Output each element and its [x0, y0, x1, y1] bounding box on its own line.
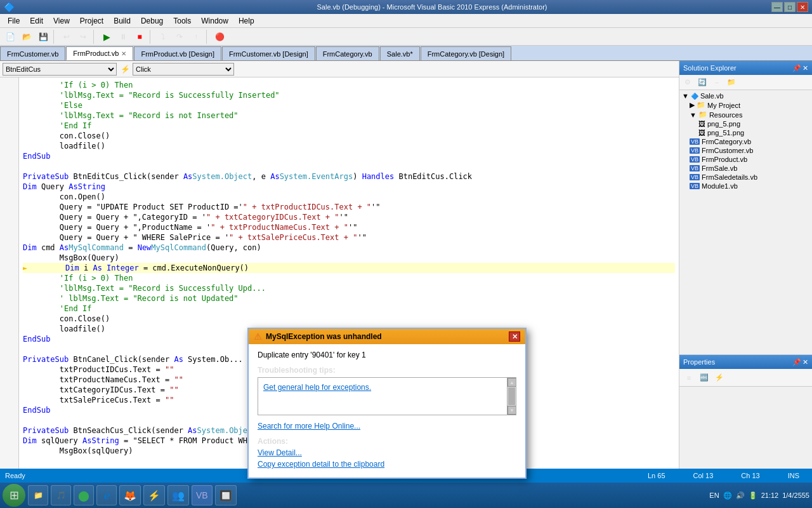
prop-events[interactable]: ⚡: [712, 371, 726, 384]
tree-png51[interactable]: 🖼 png_51.png: [681, 128, 811, 137]
prop-title: Properties: [683, 358, 715, 366]
tab-frmproduct[interactable]: FrmProduct.vb ✕: [66, 46, 133, 60]
tree-resources[interactable]: ▼ 📁 Resources: [681, 110, 811, 119]
tb-bp[interactable]: 🔴: [212, 30, 227, 44]
method-select[interactable]: Click: [133, 63, 234, 76]
scroll-thumb[interactable]: [508, 387, 515, 405]
taskbar-app2[interactable]: ⚡: [143, 485, 165, 505]
tb-redo[interactable]: ↪: [75, 30, 91, 44]
tree-frmcustomer[interactable]: VB FrmCustomer.vb: [681, 146, 811, 155]
menu-edit[interactable]: Edit: [25, 15, 48, 27]
menu-project[interactable]: Project: [75, 15, 108, 27]
taskbar-explorer[interactable]: 📁: [28, 485, 48, 505]
taskbar-chrome[interactable]: ⬤: [74, 485, 94, 505]
menu-window[interactable]: Window: [196, 15, 233, 27]
se-collapse-btn[interactable]: −: [710, 76, 724, 89]
volume-icon: 🔊: [736, 491, 745, 500]
taskbar-lang: EN: [709, 491, 719, 499]
taskbar-right: EN 🌐 🔊 🔋 21:12 1/4/2555: [709, 491, 809, 500]
tab-frmcategory-design[interactable]: FrmCategory.vb [Design]: [421, 46, 511, 60]
solution-explorer: Solution Explorer 📌 ✕ ⚙ 🔄 − 📁 ▼ 🔷 Sale.v…: [679, 61, 812, 354]
status-ins: INS: [780, 472, 807, 479]
window-controls[interactable]: — □ ✕: [771, 2, 808, 12]
tree-frmsale[interactable]: VB FrmSale.vb: [681, 164, 811, 173]
dialog-warning-icon: ⚠: [254, 331, 262, 342]
tab-frmproduct-design[interactable]: FrmProduct.vb [Design]: [134, 46, 221, 60]
menu-file[interactable]: File: [3, 15, 25, 27]
tree-myproject[interactable]: ▶ 📁 My Project: [681, 100, 811, 110]
tb-undo[interactable]: ↩: [59, 30, 74, 44]
tabs-bar: FrmCustomer.vb FrmProduct.vb ✕ FrmProduc…: [0, 46, 812, 61]
tree-frmcategory-label: FrmCategory.vb: [702, 138, 751, 145]
tree-module1-label: Module1.vb: [702, 182, 738, 190]
tab-frmcustomer[interactable]: FrmCustomer.vb: [0, 46, 65, 60]
tree-module1[interactable]: VB Module1.vb: [681, 182, 811, 190]
se-toolbar: ⚙ 🔄 − 📁: [679, 75, 812, 90]
dialog-tips-link[interactable]: Get general help for exceptions.: [263, 383, 371, 392]
close-button[interactable]: ✕: [797, 2, 808, 12]
dialog-title: MySqlException was unhandled: [266, 332, 382, 341]
menu-view[interactable]: View: [48, 15, 75, 27]
menu-debug[interactable]: Debug: [136, 15, 168, 27]
chrome-icon: ⬤: [78, 490, 89, 502]
tree-resources-label: Resources: [709, 111, 743, 119]
expand-icon-res: ▼: [690, 111, 697, 119]
main-area: BtnEditCus ⚡ Click 'If (i > 0) Then 'lbl…: [0, 61, 812, 469]
maximize-button[interactable]: □: [784, 2, 796, 12]
tree-frmproduct[interactable]: VB FrmProduct.vb: [681, 155, 811, 164]
prop-close-icon[interactable]: ✕: [802, 358, 808, 366]
tree-frmcategory[interactable]: VB FrmCategory.vb: [681, 137, 811, 146]
dialog-search-link[interactable]: Search for more Help Online...: [258, 422, 516, 431]
tree-frmcustomer-label: FrmCustomer.vb: [702, 147, 753, 154]
tb-pause[interactable]: ⏸: [115, 30, 131, 44]
tb-open[interactable]: 📂: [19, 30, 34, 44]
dialog-close-button[interactable]: ✕: [509, 331, 520, 342]
scroll-down[interactable]: ▼: [508, 406, 516, 415]
prop-sort-alpha[interactable]: 🔤: [697, 371, 711, 384]
exception-dialog: ⚠ MySqlException was unhandled ✕ Duplica…: [247, 328, 527, 479]
dialog-view-detail-link[interactable]: View Detail...: [258, 448, 516, 457]
line-numbers: [0, 77, 19, 469]
se-refresh-btn[interactable]: 🔄: [695, 76, 709, 89]
tab-frmcategory[interactable]: FrmCategory.vb: [316, 46, 379, 60]
menu-build[interactable]: Build: [108, 15, 136, 27]
tab-frmcustomer-design[interactable]: FrmCustomer.vb [Design]: [222, 46, 315, 60]
tab-sale[interactable]: Sale.vb*: [380, 46, 420, 60]
tb-stepinto[interactable]: ⤵: [155, 30, 171, 44]
firefox-icon: 🦊: [124, 490, 136, 502]
tb-stop[interactable]: ■: [132, 30, 147, 44]
class-select[interactable]: BtnEditCus: [3, 63, 117, 76]
tab-close-frmproduct[interactable]: ✕: [121, 50, 126, 57]
scroll-up[interactable]: ▲: [508, 378, 516, 387]
tb-stepout[interactable]: ↑: [188, 30, 204, 44]
se-pin-icon[interactable]: 📌: [792, 64, 801, 72]
dialog-copy-exception-link[interactable]: Copy exception detail to the clipboard: [258, 460, 516, 469]
tree-png5-label: png_5.png: [707, 120, 740, 128]
tb-stepover[interactable]: ↷: [172, 30, 187, 44]
taskbar-media[interactable]: 🎵: [51, 485, 71, 505]
tb-new[interactable]: 📄: [3, 30, 18, 44]
tree-png5[interactable]: 🖼 png_5.png: [681, 119, 811, 128]
taskbar-vb[interactable]: VB: [192, 485, 213, 505]
taskbar-ie[interactable]: ℯ: [96, 485, 117, 505]
title-bar: 🔷 Sale.vb (Debugging) - Microsoft Visual…: [0, 0, 812, 14]
se-showfiles-btn[interactable]: 📁: [724, 76, 738, 89]
se-close-icon[interactable]: ✕: [802, 64, 808, 72]
dialog-error-message: Duplicate entry '90401' for key 1: [258, 351, 516, 359]
taskbar-users[interactable]: 👥: [167, 485, 189, 505]
prop-sort-cat[interactable]: ≡: [682, 371, 696, 384]
menu-help[interactable]: Help: [233, 15, 259, 27]
minimize-button[interactable]: —: [771, 2, 783, 12]
tree-root[interactable]: ▼ 🔷 Sale.vb: [681, 91, 811, 100]
tb-save[interactable]: 💾: [36, 30, 51, 44]
taskbar-firefox[interactable]: 🦊: [119, 485, 141, 505]
taskbar-app3[interactable]: 🔲: [215, 485, 237, 505]
tree-frmsaledetails[interactable]: VB FrmSaledetails.vb: [681, 173, 811, 182]
app3-icon: 🔲: [219, 490, 232, 502]
tb-start[interactable]: ▶: [99, 30, 114, 44]
menu-tools[interactable]: Tools: [168, 15, 196, 27]
start-button[interactable]: ⊞: [3, 484, 25, 507]
se-properties-btn[interactable]: ⚙: [681, 76, 695, 89]
media-icon: 🎵: [56, 491, 66, 500]
prop-pin-icon[interactable]: 📌: [792, 358, 801, 366]
